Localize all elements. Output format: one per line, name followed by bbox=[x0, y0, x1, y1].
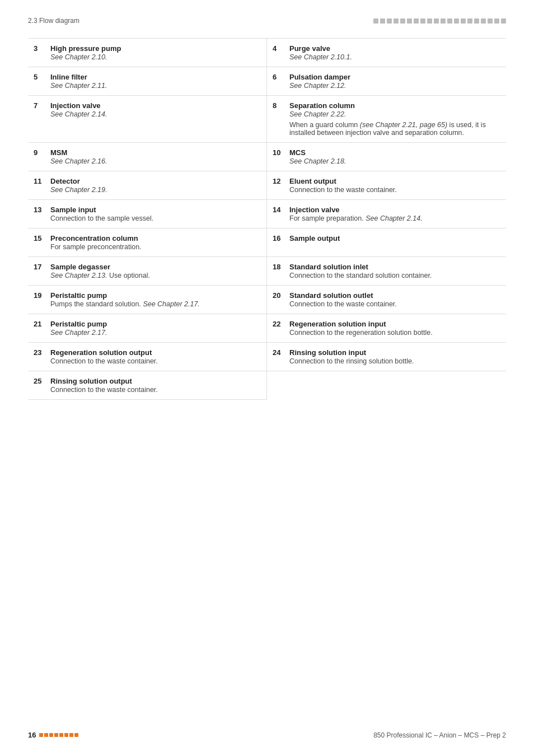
item-number: 13 bbox=[34, 206, 45, 214]
item-title: Pulsation damper bbox=[289, 73, 498, 81]
item-desc-normal: Connection to the regeneration solution … bbox=[289, 329, 498, 337]
item-content: Separation columnSee Chapter 2.22.When a… bbox=[289, 101, 498, 137]
item-title: Sample degasser bbox=[50, 263, 259, 271]
item-number: 4 bbox=[273, 44, 284, 53]
item-number: 17 bbox=[34, 263, 45, 271]
footer-dot bbox=[44, 733, 48, 737]
item-desc-normal: For sample preconcentration. bbox=[50, 243, 259, 251]
item-number: 12 bbox=[273, 177, 284, 185]
item-desc-italic: See Chapter 2.10.1. bbox=[289, 53, 498, 61]
list-item: 6Pulsation damperSee Chapter 2.12. bbox=[267, 67, 506, 96]
item-title: Separation column bbox=[289, 101, 498, 110]
list-item: 24Rinsing solution inputConnection to th… bbox=[267, 343, 506, 371]
item-number: 11 bbox=[34, 177, 45, 185]
item-title: Rinsing solution output bbox=[50, 377, 259, 385]
list-item: 13Sample inputConnection to the sample v… bbox=[28, 200, 267, 228]
item-number: 8 bbox=[273, 101, 284, 110]
list-item: 7Injection valveSee Chapter 2.14. bbox=[28, 96, 267, 143]
list-item: 10MCSSee Chapter 2.18. bbox=[267, 143, 506, 171]
item-title: Standard solution inlet bbox=[289, 263, 498, 271]
list-item: 4Purge valveSee Chapter 2.10.1. bbox=[267, 39, 506, 67]
item-desc-normal: Connection to the standard solution cont… bbox=[289, 272, 498, 279]
item-number: 19 bbox=[34, 291, 45, 300]
items-grid: 3High pressure pumpSee Chapter 2.10.4Pur… bbox=[28, 38, 506, 400]
item-title: MCS bbox=[289, 148, 498, 157]
item-title: Rinsing solution input bbox=[289, 348, 498, 357]
item-title: Sample input bbox=[50, 206, 259, 214]
item-desc-italic: See Chapter 2.18. bbox=[289, 157, 498, 165]
item-content: Pulsation damperSee Chapter 2.12. bbox=[289, 73, 498, 90]
item-number: 24 bbox=[273, 348, 284, 357]
list-item: 20Standard solution outletConnection to … bbox=[267, 286, 506, 314]
list-item: 25Rinsing solution outputConnection to t… bbox=[28, 371, 267, 400]
item-desc-italic: See Chapter 2.14. bbox=[50, 110, 259, 118]
item-desc-mixed: See Chapter 2.13. Use optional. bbox=[50, 272, 259, 279]
item-desc-italic: See Chapter 2.11. bbox=[50, 82, 259, 90]
footer-dot bbox=[59, 733, 63, 737]
footer-left: 16 bbox=[28, 731, 78, 739]
header-dot bbox=[380, 18, 385, 24]
list-item: 8Separation columnSee Chapter 2.22.When … bbox=[267, 96, 506, 143]
list-item: 15Preconcentration columnFor sample prec… bbox=[28, 228, 267, 257]
item-number: 6 bbox=[273, 73, 284, 81]
item-content: Inline filterSee Chapter 2.11. bbox=[50, 73, 259, 90]
list-item: 23Regeneration solution outputConnection… bbox=[28, 343, 267, 371]
item-number: 15 bbox=[34, 234, 45, 242]
item-title: Eluent output bbox=[289, 177, 498, 185]
header-dot bbox=[454, 18, 459, 24]
list-item: 21Peristaltic pumpSee Chapter 2.17. bbox=[28, 314, 267, 343]
item-title: Standard solution outlet bbox=[289, 291, 498, 300]
list-item: 9MSMSee Chapter 2.16. bbox=[28, 143, 267, 171]
item-number: 5 bbox=[34, 73, 45, 81]
list-item: 11DetectorSee Chapter 2.19. bbox=[28, 171, 267, 200]
item-content: Injection valveSee Chapter 2.14. bbox=[50, 101, 259, 118]
item-desc-normal: Connection to the waste container. bbox=[50, 386, 259, 394]
list-item: 17Sample degasserSee Chapter 2.13. Use o… bbox=[28, 257, 267, 286]
item-desc-italic: See Chapter 2.22. bbox=[289, 110, 498, 118]
item-number: 3 bbox=[34, 44, 45, 53]
item-content: Preconcentration columnFor sample precon… bbox=[50, 234, 259, 251]
item-title: Injection valve bbox=[50, 101, 259, 110]
item-number: 10 bbox=[273, 148, 284, 157]
item-content: DetectorSee Chapter 2.19. bbox=[50, 177, 259, 194]
item-content: Injection valveFor sample preparation. S… bbox=[289, 206, 498, 222]
header-dot bbox=[488, 18, 493, 24]
item-title: Preconcentration column bbox=[50, 234, 259, 242]
item-number: 22 bbox=[273, 320, 284, 328]
item-title: Injection valve bbox=[289, 206, 498, 214]
item-content: Peristaltic pumpPumps the standard solut… bbox=[50, 291, 259, 308]
header-dot bbox=[420, 18, 425, 24]
item-content: Sample inputConnection to the sample ves… bbox=[50, 206, 259, 222]
item-desc-italic: See Chapter 2.10. bbox=[50, 53, 259, 61]
item-number: 14 bbox=[273, 206, 284, 214]
item-content: Regeneration solution outputConnection t… bbox=[50, 348, 259, 365]
header-dot bbox=[474, 18, 479, 24]
item-desc-italic: See Chapter 2.19. bbox=[50, 186, 259, 194]
header-dot bbox=[400, 18, 405, 24]
item-desc-extra: When a guard column (see Chapter 2.21, p… bbox=[289, 121, 498, 137]
item-title: MSM bbox=[50, 148, 259, 157]
header-dot bbox=[407, 18, 412, 24]
item-desc-mixed: Pumps the standard solution. See Chapter… bbox=[50, 300, 259, 308]
page: 2.3 Flow diagram 3High pressure pumpSee … bbox=[0, 0, 534, 756]
item-desc-italic: See Chapter 2.17. bbox=[50, 329, 259, 337]
item-title: High pressure pump bbox=[50, 44, 259, 53]
item-desc-normal: Connection to the waste container. bbox=[50, 357, 259, 365]
footer-dot bbox=[64, 733, 68, 737]
item-content: MCSSee Chapter 2.18. bbox=[289, 148, 498, 165]
item-number: 20 bbox=[273, 291, 284, 300]
item-title: Peristaltic pump bbox=[50, 320, 259, 328]
item-content: Eluent outputConnection to the waste con… bbox=[289, 177, 498, 194]
item-title: Regeneration solution output bbox=[50, 348, 259, 357]
footer-dot bbox=[39, 733, 43, 737]
item-desc-italic: See Chapter 2.12. bbox=[289, 82, 498, 90]
header-dot bbox=[373, 18, 378, 24]
header-dot bbox=[467, 18, 472, 24]
footer-dot bbox=[54, 733, 58, 737]
item-title: Inline filter bbox=[50, 73, 259, 81]
header-dot bbox=[441, 18, 446, 24]
item-content: Rinsing solution outputConnection to the… bbox=[50, 377, 259, 394]
footer-dot bbox=[74, 733, 78, 737]
item-title: Sample output bbox=[289, 234, 498, 242]
item-number: 18 bbox=[273, 263, 284, 271]
